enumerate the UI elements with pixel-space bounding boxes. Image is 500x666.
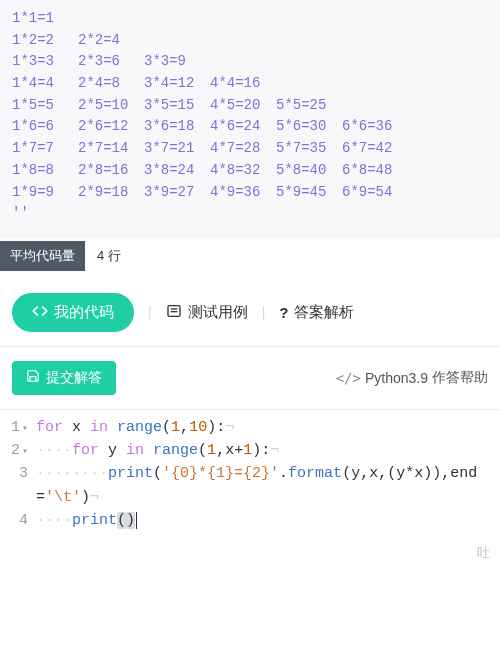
code-line[interactable]: 3········print('{0}*{1}={2}'.format(y,x,… [0, 462, 500, 509]
output-cell: 2*8=16 [78, 160, 144, 182]
output-cell: 1*5=5 [12, 95, 78, 117]
page-edge-text: 吐 [0, 538, 500, 562]
output-row: 1*7=72*7=143*7=214*7=285*7=356*7=42 [12, 138, 488, 160]
code-editor[interactable]: 1▾for x in range(1,10):¬2▾····for y in r… [0, 409, 500, 538]
output-cell: 3*5=15 [144, 95, 210, 117]
output-row: 1*5=52*5=103*5=154*5=205*5=25 [12, 95, 488, 117]
code-line[interactable]: 1▾for x in range(1,10):¬ [0, 416, 500, 439]
answer-help-link[interactable]: </> Python3.9 作答帮助 [336, 369, 488, 387]
output-cell: 1*9=9 [12, 182, 78, 204]
output-cell: 2*6=12 [78, 116, 144, 138]
tab-answer-label: 答案解析 [294, 303, 354, 322]
output-row: 1*6=62*6=123*6=184*6=245*6=306*6=36 [12, 116, 488, 138]
output-cell: 4*9=36 [210, 182, 276, 204]
code-content[interactable]: for x in range(1,10):¬ [36, 416, 500, 439]
output-row: 1*4=42*4=83*4=124*4=16 [12, 73, 488, 95]
line-number: 1▾ [0, 416, 36, 439]
output-cell: 2*2=4 [78, 30, 144, 52]
tab-my-code-label: 我的代码 [54, 303, 114, 322]
output-cell: 3*6=18 [144, 116, 210, 138]
output-cell: 1*4=4 [12, 73, 78, 95]
output-cell: 1*2=2 [12, 30, 78, 52]
tab-answer[interactable]: ? 答案解析 [279, 303, 354, 322]
tab-test-case[interactable]: 测试用例 [166, 303, 248, 322]
help-text-label: 作答帮助 [432, 369, 488, 387]
output-cell: 1*3=3 [12, 51, 78, 73]
code-icon: </> [336, 370, 361, 386]
output-cell: 1*8=8 [12, 160, 78, 182]
action-bar: 提交解答 </> Python3.9 作答帮助 [0, 347, 500, 409]
output-cell: 2*5=10 [78, 95, 144, 117]
output-cell: 2*9=18 [78, 182, 144, 204]
output-cell: 2*3=6 [78, 51, 144, 73]
output-cell: 5*9=45 [276, 182, 342, 204]
fold-arrow-icon[interactable]: ▾ [22, 423, 28, 434]
output-cell: 6*8=48 [342, 160, 408, 182]
help-lang-label: Python3.9 [365, 370, 428, 386]
code-line[interactable]: 2▾····for y in range(1,x+1):¬ [0, 439, 500, 462]
output-cell: 2*7=14 [78, 138, 144, 160]
output-cell: 6*7=42 [342, 138, 408, 160]
fold-arrow-icon[interactable]: ▾ [22, 446, 28, 457]
output-cell: 5*6=30 [276, 116, 342, 138]
tab-test-case-label: 测试用例 [188, 303, 248, 322]
code-icon [32, 303, 48, 322]
output-cell: 4*8=32 [210, 160, 276, 182]
output-cell: 5*8=40 [276, 160, 342, 182]
tab-my-code[interactable]: 我的代码 [12, 293, 134, 332]
output-cell: 3*8=24 [144, 160, 210, 182]
submit-button-label: 提交解答 [46, 369, 102, 387]
output-cell: 6*6=36 [342, 116, 408, 138]
output-cell: 5*7=35 [276, 138, 342, 160]
testcase-icon [166, 303, 182, 322]
text-cursor [136, 512, 137, 529]
output-row: 1*2=22*2=4 [12, 30, 488, 52]
line-number: 2▾ [0, 439, 36, 462]
output-cell: 2*4=8 [78, 73, 144, 95]
output-cell: 1*1=1 [12, 8, 78, 30]
output-cell: 1*6=6 [12, 116, 78, 138]
tab-separator: | [148, 304, 152, 320]
question-icon: ? [279, 304, 288, 321]
code-content[interactable]: ····print() [36, 509, 500, 532]
output-cell: 6*9=54 [342, 182, 408, 204]
output-row: 1*9=92*9=183*9=274*9=365*9=456*9=54 [12, 182, 488, 204]
code-content[interactable]: ········print('{0}*{1}={2}'.format(y,x,(… [36, 462, 500, 509]
output-cell: 3*7=21 [144, 138, 210, 160]
output-cell: 4*4=16 [210, 73, 276, 95]
tab-separator: | [262, 304, 266, 320]
line-number: 3 [0, 462, 36, 485]
output-cell: 3*9=27 [144, 182, 210, 204]
code-line[interactable]: 4····print() [0, 509, 500, 532]
avg-code-bar: 平均代码量 4 行 [0, 241, 500, 271]
output-row: 1*8=82*8=163*8=244*8=325*8=406*8=48 [12, 160, 488, 182]
output-cell: 5*5=25 [276, 95, 342, 117]
editor-tabs: 我的代码 | 测试用例 | ? 答案解析 [0, 271, 500, 347]
output-cell: 3*3=9 [144, 51, 210, 73]
output-cell: 3*4=12 [144, 73, 210, 95]
output-trailing: '' [12, 203, 488, 225]
line-number: 4 [0, 509, 36, 532]
output-cell: 1*7=7 [12, 138, 78, 160]
output-cell: 4*5=20 [210, 95, 276, 117]
save-icon [26, 369, 40, 386]
output-cell: 4*6=24 [210, 116, 276, 138]
program-output-panel: 1*1=11*2=22*2=41*3=32*3=63*3=91*4=42*4=8… [0, 0, 500, 239]
output-row: 1*1=1 [12, 8, 488, 30]
output-cell: 4*7=28 [210, 138, 276, 160]
avg-code-value: 4 行 [85, 241, 133, 271]
submit-button[interactable]: 提交解答 [12, 361, 116, 395]
avg-code-label: 平均代码量 [0, 241, 85, 271]
code-content[interactable]: ····for y in range(1,x+1):¬ [36, 439, 500, 462]
output-row: 1*3=32*3=63*3=9 [12, 51, 488, 73]
